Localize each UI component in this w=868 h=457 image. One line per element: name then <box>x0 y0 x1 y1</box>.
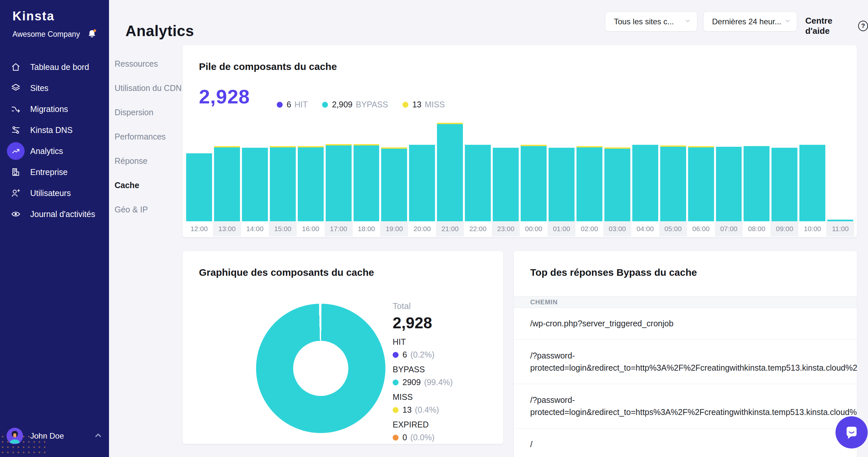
bar-column[interactable] <box>352 144 380 221</box>
bar-segment-bypass <box>493 148 519 221</box>
x-axis-label: 00:00 <box>520 221 548 236</box>
path-cell: /?password-protected=login&redirect_to=h… <box>530 349 840 374</box>
avatar <box>6 428 23 444</box>
x-axis-label: 01:00 <box>548 221 576 236</box>
stacked-bar[interactable] <box>660 146 686 221</box>
stacked-bar[interactable] <box>437 123 463 221</box>
notification-bell-icon[interactable] <box>86 28 98 40</box>
stacked-bar[interactable] <box>799 145 825 221</box>
sidebar-item-label: Analytics <box>30 146 63 156</box>
stacked-bar[interactable] <box>465 145 491 221</box>
stacked-bar[interactable] <box>186 153 212 221</box>
stacked-bar[interactable] <box>242 148 268 221</box>
stacked-bar[interactable] <box>549 148 575 221</box>
question-mark-icon: ? <box>858 21 868 31</box>
stacked-bar[interactable] <box>326 144 351 221</box>
subnav-item-ressources[interactable]: Ressources <box>115 52 182 76</box>
stacked-bar[interactable] <box>688 146 714 221</box>
bar-column[interactable] <box>213 146 241 221</box>
company-selector[interactable]: Awesome Company <box>12 28 98 41</box>
stacked-bar[interactable] <box>270 146 296 221</box>
donut-legend-percent: (0.4%) <box>415 405 439 415</box>
donut-legend-expired: EXPIRED0(0.0%) <box>393 420 498 442</box>
bar-column[interactable] <box>520 145 548 221</box>
bar-column[interactable] <box>771 148 798 221</box>
sidebar-item-entreprise[interactable]: Entreprise <box>0 161 109 183</box>
stacked-bar[interactable] <box>632 145 658 221</box>
x-axis-label: 20:00 <box>408 221 436 236</box>
bar-column[interactable] <box>659 146 687 221</box>
subnav-item-utilisation-du-cdn[interactable]: Utilisation du CDN <box>115 76 182 100</box>
donut-chart[interactable] <box>256 304 385 433</box>
table-row: / <box>514 428 857 457</box>
bar-column[interactable] <box>798 145 826 221</box>
table-header: CHEMIN <box>514 296 857 308</box>
bar-segment-bypass <box>437 124 463 221</box>
bar-column[interactable] <box>241 148 269 221</box>
sidebar-item-tableau-de-bord[interactable]: Tableau de bord <box>0 57 109 78</box>
bar-column[interactable] <box>325 144 352 221</box>
bar-segment-bypass <box>604 149 630 221</box>
bar-column[interactable] <box>687 146 715 221</box>
stacked-bar[interactable] <box>577 146 602 221</box>
x-axis-label: 22:00 <box>464 221 492 236</box>
home-icon <box>7 58 25 76</box>
bar-column[interactable] <box>269 146 297 221</box>
subnav-item-g-o-ip[interactable]: Géo & IP <box>115 197 182 222</box>
bar-column[interactable] <box>380 147 408 221</box>
sidebar-item-kinsta-dns[interactable]: Kinsta DNS <box>0 120 109 141</box>
stacked-bar[interactable] <box>493 148 519 221</box>
sidebar-item-journal-d-activit-s[interactable]: Journal d'activités <box>0 204 109 224</box>
x-axis-label: 14:00 <box>241 221 269 236</box>
bar-column[interactable] <box>743 146 771 221</box>
bar-column[interactable] <box>492 148 520 221</box>
bar-column[interactable] <box>297 146 325 221</box>
stacked-bar[interactable] <box>381 147 407 221</box>
subnav-item-cache[interactable]: Cache <box>115 173 182 197</box>
stacked-bar[interactable] <box>214 146 240 221</box>
stacked-bar[interactable] <box>716 147 742 221</box>
sidebar-item-label: Kinsta DNS <box>30 125 72 135</box>
kinsta-logo[interactable]: Kinsta <box>12 9 55 23</box>
user-menu[interactable]: John Doe <box>6 427 102 445</box>
stacked-bar[interactable] <box>604 147 630 221</box>
bar-column[interactable] <box>436 123 464 221</box>
x-axis-label: 08:00 <box>743 221 771 236</box>
site-filter-dropdown[interactable]: Tous les sites c... <box>605 11 697 32</box>
bar-column[interactable] <box>408 145 436 221</box>
stacked-bar[interactable] <box>744 146 770 221</box>
sidebar-item-sites[interactable]: Sites <box>0 78 109 98</box>
bar-column[interactable] <box>603 147 631 221</box>
sidebar-nav: Tableau de bordSitesMigrationsKinsta DNS… <box>0 57 109 224</box>
stacked-bar[interactable] <box>298 146 324 221</box>
stacked-bar[interactable] <box>353 144 379 221</box>
help-center-link[interactable]: Centre d'aide ? <box>805 16 868 36</box>
subnav-item-dispersion[interactable]: Dispersion <box>115 100 182 124</box>
table-row: /?password-protected=login&redirect_to=h… <box>514 340 857 384</box>
bar-column[interactable] <box>185 153 213 221</box>
stacked-bar[interactable] <box>772 148 798 221</box>
site-filter-value: Tous les sites c... <box>614 17 674 26</box>
bar-segment-bypass <box>214 147 240 221</box>
bar-segment-bypass <box>465 145 491 221</box>
x-axis-label: 04:00 <box>631 221 659 236</box>
sidebar-item-migrations[interactable]: Migrations <box>0 98 109 120</box>
chat-button[interactable] <box>836 416 868 449</box>
chevron-up-icon <box>94 431 102 441</box>
subnav-item-r-ponse[interactable]: Réponse <box>115 149 182 173</box>
time-range-dropdown[interactable]: Dernières 24 heur... <box>703 11 797 32</box>
stacked-bar[interactable] <box>521 145 547 221</box>
subnav-item-performances[interactable]: Performances <box>115 124 182 149</box>
x-axis-label: 07:00 <box>715 221 743 236</box>
bar-column[interactable] <box>576 146 603 221</box>
bar-segment-bypass <box>521 146 547 221</box>
donut-legend-value: 0 <box>402 433 407 442</box>
sidebar-item-utilisateurs[interactable]: Utilisateurs <box>0 183 109 204</box>
sidebar-item-analytics[interactable]: Analytics <box>0 141 109 161</box>
stacked-bar[interactable] <box>409 145 435 221</box>
bar-column[interactable] <box>548 148 576 221</box>
bar-column[interactable] <box>631 145 659 221</box>
bar-column[interactable] <box>464 145 492 221</box>
paths-table: /wp-cron.php?server_triggered_cronjob/?p… <box>514 308 857 457</box>
bar-column[interactable] <box>715 147 743 221</box>
